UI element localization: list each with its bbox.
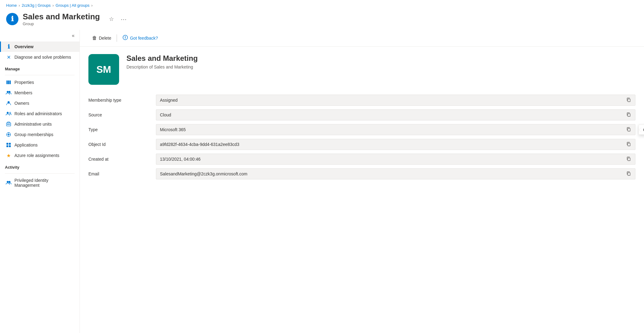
membership-type-row: Membership type Assigned	[88, 95, 635, 106]
header-info-icon: ℹ	[6, 13, 18, 25]
breadcrumb-groups[interactable]: 2czk3g | Groups	[22, 3, 51, 8]
membership-type-value-wrap: Assigned	[156, 95, 635, 106]
copy-object-id-button[interactable]	[626, 142, 631, 147]
feedback-icon	[122, 35, 128, 41]
sidebar-item-diagnose[interactable]: ✕ Diagnose and solve problems	[0, 52, 80, 62]
header-text: Sales and Marketing Group	[23, 12, 100, 26]
svg-rect-31	[628, 173, 630, 175]
svg-rect-20	[6, 145, 8, 147]
manage-divider	[5, 75, 75, 75]
sidebar-item-members[interactable]: Members	[0, 88, 80, 98]
breadcrumb-home[interactable]: Home	[6, 3, 17, 8]
sidebar-item-label: Members	[14, 90, 32, 95]
object-id-row: Object Id a9fd282f-4634-4cba-9dd4-631a2e…	[88, 139, 635, 150]
activity-section-title: Activity	[0, 161, 80, 171]
sidebar-item-label: Roles and administrators	[14, 111, 62, 116]
sidebar-item-label: Azure role assignments	[14, 153, 59, 158]
created-at-value: 13/10/2021, 04:00:46	[156, 154, 635, 165]
sidebar-item-azure-roles[interactable]: ★ Azure role assignments	[0, 150, 80, 161]
created-at-value-wrap: 13/10/2021, 04:00:46	[156, 154, 635, 165]
sidebar-item-roles[interactable]: Roles and administrators	[0, 108, 80, 119]
copy-type-button[interactable]	[626, 127, 631, 132]
email-label: Email	[88, 169, 156, 179]
properties-icon	[6, 80, 11, 85]
group-memberships-icon	[6, 132, 11, 137]
object-id-value-wrap: a9fd282f-4634-4cba-9dd4-631a2ee83cd3	[156, 139, 635, 150]
object-id-value: a9fd282f-4634-4cba-9dd4-631a2ee83cd3	[156, 139, 635, 150]
svg-point-3	[7, 91, 9, 93]
type-label: Type	[88, 125, 156, 135]
email-value: SalesandMarketing@2czk3g.onmicrosoft.com	[156, 168, 635, 179]
sidebar-item-properties[interactable]: Properties	[0, 77, 80, 88]
group-avatar: SM	[88, 54, 119, 85]
azure-roles-icon: ★	[6, 153, 11, 158]
email-value-wrap: SalesandMarketing@2czk3g.onmicrosoft.com	[156, 168, 635, 179]
group-description: Description of Sales and Marketing	[126, 65, 198, 69]
type-value-wrap: Microsoft 365 Copy to clipboard	[156, 124, 635, 135]
svg-rect-28	[628, 128, 630, 131]
manage-section-title: Manage	[0, 62, 80, 73]
svg-rect-1	[8, 80, 9, 84]
svg-point-22	[7, 181, 9, 183]
type-row: Type Microsoft 365 Copy to clipboard	[88, 124, 635, 135]
svg-rect-0	[6, 80, 8, 84]
breadcrumb-all-groups[interactable]: Groups | All groups	[56, 3, 89, 8]
object-id-label: Object Id	[88, 139, 156, 149]
members-icon	[6, 90, 11, 96]
overview-content: SM Sales and Marketing Description of Sa…	[80, 47, 644, 190]
sidebar-item-label: Overview	[14, 44, 33, 49]
sidebar-item-label: Owners	[14, 101, 29, 106]
sidebar-item-overview[interactable]: ℹ Overview	[0, 41, 80, 52]
source-label: Source	[88, 110, 156, 120]
source-row: Source Cloud	[88, 109, 635, 120]
breadcrumb: Home › 2czk3g | Groups › Groups | All gr…	[0, 0, 644, 10]
admin-units-icon	[6, 121, 11, 127]
svg-rect-11	[10, 124, 10, 125]
copy-membership-type-button[interactable]	[626, 98, 631, 103]
delete-button[interactable]: 🗑 Delete	[88, 33, 115, 43]
svg-rect-21	[9, 145, 11, 147]
sidebar-collapse-button[interactable]: «	[70, 32, 76, 39]
sidebar-item-pim[interactable]: Privileged Identity Management	[0, 175, 80, 190]
header-actions: ☆ ···	[107, 14, 129, 24]
properties-section: Membership type Assigned Source	[88, 95, 635, 179]
diagnose-icon: ✕	[6, 54, 11, 60]
created-at-label: Created at	[88, 154, 156, 164]
svg-rect-30	[628, 158, 630, 161]
group-name: Sales and Marketing	[126, 54, 198, 63]
sidebar-item-label: Diagnose and solve problems	[14, 55, 71, 60]
copy-created-at-button[interactable]	[626, 157, 631, 162]
more-button[interactable]: ···	[119, 14, 129, 24]
sidebar-item-applications[interactable]: Applications	[0, 140, 80, 150]
email-row: Email SalesandMarketing@2czk3g.onmicroso…	[88, 168, 635, 179]
svg-rect-10	[8, 124, 9, 125]
delete-icon: 🗑	[92, 35, 97, 41]
page-header: ℹ Sales and Marketing Group ☆ ···	[0, 10, 644, 30]
svg-point-6	[7, 112, 9, 114]
copy-source-button[interactable]	[626, 112, 631, 118]
sidebar-item-label: Privileged Identity Management	[14, 178, 75, 188]
svg-rect-27	[628, 114, 630, 116]
group-card: SM Sales and Marketing Description of Sa…	[88, 54, 635, 85]
created-at-row: Created at 13/10/2021, 04:00:46	[88, 154, 635, 165]
svg-point-13	[8, 134, 10, 135]
sidebar-item-label: Applications	[14, 143, 38, 147]
sidebar-item-admin-units[interactable]: Administrative units	[0, 119, 80, 129]
membership-type-value: Assigned	[156, 95, 635, 106]
svg-rect-2	[10, 80, 11, 84]
svg-rect-29	[628, 143, 630, 146]
feedback-button[interactable]: Got feedback?	[119, 33, 161, 43]
toolbar: 🗑 Delete Got feedback?	[80, 30, 644, 47]
overview-icon: ℹ	[6, 44, 11, 49]
copy-tooltip: Copy to clipboard	[638, 125, 644, 135]
sidebar-item-label: Administrative units	[14, 122, 52, 127]
pim-icon	[6, 180, 11, 186]
pin-button[interactable]: ☆	[107, 14, 116, 24]
sidebar: « ℹ Overview ✕ Diagnose and solve proble…	[0, 30, 80, 333]
sidebar-item-label: Group memberships	[14, 132, 53, 137]
sidebar-item-owners[interactable]: Owners	[0, 98, 80, 108]
svg-rect-19	[9, 143, 11, 145]
copy-email-button[interactable]	[626, 171, 631, 177]
sidebar-item-group-memberships[interactable]: Group memberships	[0, 129, 80, 140]
svg-point-4	[9, 91, 10, 93]
